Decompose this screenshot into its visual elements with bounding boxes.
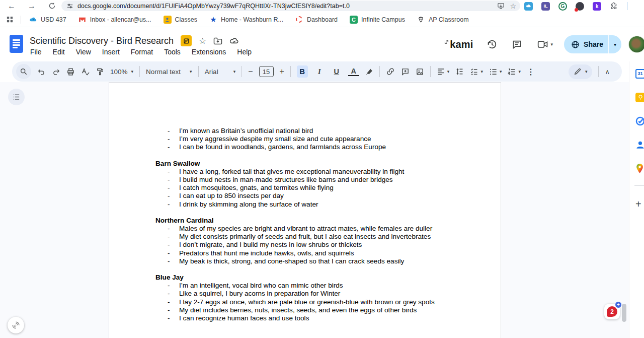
bullet-item[interactable]: -I can be found in woodlands, gardens, a… xyxy=(109,143,501,151)
redo-button[interactable] xyxy=(52,67,60,76)
font-select[interactable]: Arial ▾ xyxy=(205,68,236,76)
menu-tools[interactable]: Tools xyxy=(164,48,181,56)
share-button[interactable]: Share ▾ xyxy=(564,35,621,53)
checklist-button[interactable]: ▾ xyxy=(470,67,483,76)
paragraph-style-select[interactable]: Normal text ▾ xyxy=(146,68,192,76)
font-size-input[interactable]: 15 xyxy=(259,66,274,77)
bullet-item[interactable]: -I build mud nests in man-made structure… xyxy=(109,176,501,184)
underline-button[interactable]: U xyxy=(331,65,342,78)
bullet-item[interactable]: -My diet includes berries, nuts, insects… xyxy=(109,306,501,314)
numbered-list-button[interactable]: ▾ xyxy=(508,68,521,76)
calendar-icon[interactable]: 31 xyxy=(635,69,644,79)
forward-button[interactable]: → xyxy=(27,2,36,11)
section-heading[interactable]: Northern Cardinal xyxy=(109,217,501,225)
bullet-item[interactable]: -I drink by skimming along the surface o… xyxy=(109,200,501,209)
kami-extension-icon[interactable]: k xyxy=(593,2,601,11)
insert-image-button[interactable] xyxy=(416,67,424,76)
contacts-icon[interactable] xyxy=(635,140,644,150)
menu-edit[interactable]: Edit xyxy=(53,48,65,56)
bookmark-usd437[interactable]: USD 437 xyxy=(29,16,66,24)
accessibility-tool-button[interactable] xyxy=(8,317,24,333)
cloud-extension-icon[interactable] xyxy=(524,2,533,11)
account-avatar[interactable] xyxy=(628,36,644,53)
add-comment-button[interactable] xyxy=(401,67,410,76)
zoom-select[interactable]: 100% ▾ xyxy=(110,68,133,76)
bullet-item[interactable]: -I lay 2-7 eggs at once, which are pale … xyxy=(109,298,501,306)
keep-icon[interactable] xyxy=(635,93,644,102)
bullet-item[interactable]: -I catch mosquitoes, gnats, and termites… xyxy=(109,184,501,192)
bullet-item[interactable]: -I’m an intelligent, vocal bird who can … xyxy=(109,282,501,290)
highlight-color-button[interactable] xyxy=(365,67,373,76)
apps-grid-icon[interactable] xyxy=(6,16,14,23)
maps-icon[interactable] xyxy=(635,164,644,173)
reload-button[interactable] xyxy=(47,2,56,11)
url-text[interactable]: docs.google.com/document/d/1FUlFiA4OpMbY… xyxy=(77,3,492,10)
bullet-item[interactable]: -I can recognize human faces and use too… xyxy=(109,314,501,322)
install-app-icon[interactable] xyxy=(497,2,505,10)
insert-link-button[interactable] xyxy=(386,67,395,76)
address-bar[interactable]: docs.google.com/document/d/1FUlFiA4OpMbY… xyxy=(61,1,520,11)
bullet-item[interactable]: -Males of my species are bright and vibr… xyxy=(109,225,501,233)
decrease-font-size-button[interactable]: − xyxy=(248,67,253,76)
document-title[interactable]: Scientific Discovery - Bird Research xyxy=(30,36,174,46)
italic-button[interactable]: I xyxy=(314,65,325,78)
version-history-icon[interactable] xyxy=(487,39,498,50)
bold-button[interactable]: B xyxy=(297,65,308,78)
comments-icon[interactable] xyxy=(512,39,522,50)
bookmark-inbox[interactable]: Inbox - allencar@us... xyxy=(78,16,151,24)
bookmark-home-washburn[interactable]: ★ Home - Washburn R... xyxy=(209,16,283,24)
bookmark-star-icon[interactable]: ☆ xyxy=(510,2,516,10)
open-in-kami-button[interactable]: kami xyxy=(444,39,473,50)
bookmark-dashboard[interactable]: Dashboard xyxy=(295,16,338,24)
paint-format-button[interactable] xyxy=(96,67,104,76)
kami-notification-widget[interactable]: 2 + xyxy=(604,304,620,319)
bullet-item[interactable]: -I don’t migrate, and I build my nests i… xyxy=(109,241,501,249)
bookmark-ap-classroom[interactable]: AP Classroom xyxy=(417,16,469,24)
search-menus-button[interactable] xyxy=(16,64,31,79)
bullet-item[interactable]: -I have a long, forked tail that gives m… xyxy=(109,168,501,176)
menu-format[interactable]: Format xyxy=(131,48,153,56)
editing-mode-button[interactable]: ▾ xyxy=(569,64,593,79)
bullet-item[interactable]: -Like a squirrel, I bury acorns in prepa… xyxy=(109,290,501,298)
more-options-button[interactable]: ⋮ xyxy=(527,67,535,77)
star-document-icon[interactable]: ☆ xyxy=(199,36,206,46)
align-button[interactable]: ▾ xyxy=(437,68,450,76)
g-extension-icon[interactable]: G xyxy=(558,2,567,11)
move-to-folder-icon[interactable] xyxy=(213,37,222,45)
increase-font-size-button[interactable]: + xyxy=(280,67,284,76)
bookmark-classes[interactable]: Classes xyxy=(164,16,197,24)
menu-extensions[interactable]: Extensions xyxy=(192,48,226,56)
document-status-cloud-icon[interactable] xyxy=(229,37,239,44)
print-button[interactable] xyxy=(66,67,75,76)
undo-button[interactable] xyxy=(37,67,46,76)
text-color-button[interactable]: A xyxy=(348,67,359,76)
line-spacing-button[interactable] xyxy=(455,67,464,76)
kami-mode-icon[interactable] xyxy=(181,35,192,46)
bullet-item[interactable]: -I can eat up to 850 insects per day xyxy=(109,192,501,200)
menu-view[interactable]: View xyxy=(76,48,91,56)
hide-menus-button[interactable]: ∧ xyxy=(605,68,610,76)
site-settings-icon[interactable] xyxy=(66,3,73,10)
menu-file[interactable]: File xyxy=(30,48,42,56)
docs-logo[interactable] xyxy=(10,35,23,53)
menu-insert[interactable]: Insert xyxy=(102,48,120,56)
bullet-item[interactable]: -I’m very aggressive despite my small si… xyxy=(109,135,501,143)
document-page[interactable]: -I’m known as Britain’s unofficial natio… xyxy=(109,82,501,338)
bullet-item[interactable]: -Predators that hunt me include hawks, o… xyxy=(109,249,501,257)
bullet-item[interactable]: -My diet consists primarily of seeds and… xyxy=(109,233,501,241)
bookmark-infinite-campus[interactable]: C Infinite Campus xyxy=(350,16,405,24)
menu-help[interactable]: Help xyxy=(237,48,252,56)
section-heading[interactable]: Barn Swallow xyxy=(109,160,501,168)
vertical-scrollbar-thumb[interactable] xyxy=(622,304,626,322)
section-heading[interactable]: Blue Jay xyxy=(109,274,501,282)
spellcheck-button[interactable] xyxy=(81,67,90,76)
bullet-item[interactable]: -My beak is thick, strong, and cone-shap… xyxy=(109,257,501,265)
share-dropdown[interactable]: ▾ xyxy=(609,42,621,47)
bullet-item[interactable]: -I’m known as Britain’s unofficial natio… xyxy=(109,127,501,135)
extensions-puzzle-icon[interactable] xyxy=(610,2,618,10)
bulleted-list-button[interactable]: ▾ xyxy=(489,68,502,76)
show-outline-button[interactable] xyxy=(8,89,25,105)
il-extension-icon[interactable]: IL xyxy=(541,2,550,11)
add-side-panel-app-button[interactable]: + xyxy=(635,198,641,210)
back-button[interactable]: ← xyxy=(7,2,16,11)
